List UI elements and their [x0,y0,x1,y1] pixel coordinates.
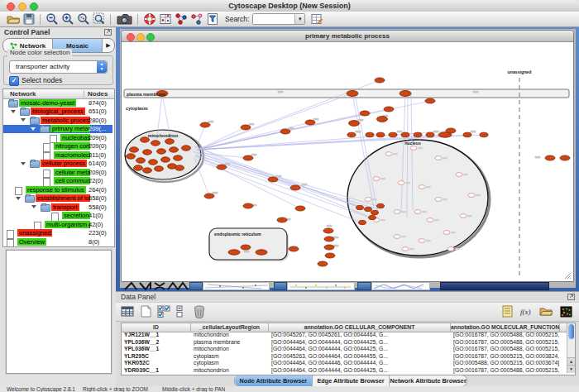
heatmap-icon[interactable] [558,304,573,318]
tree-row[interactable]: cell communication22(0) [3,177,112,186]
minimized-window-button[interactable] [274,282,287,290]
graph-node[interactable] [243,155,253,160]
select-attributes-icon[interactable] [156,304,171,318]
graph-node[interactable] [305,120,315,125]
graph-node[interactable] [149,160,158,165]
graph-node[interactable] [369,215,376,219]
graph-node[interactable] [371,210,379,214]
zoom-in-icon[interactable] [60,12,74,26]
graph-node[interactable] [130,147,139,152]
expander-icon[interactable] [21,162,26,165]
graph-node[interactable] [280,129,290,134]
graph-node[interactable] [170,147,179,152]
graph-node[interactable] [425,98,435,103]
graph-node[interactable] [155,166,164,171]
graph-node[interactable] [356,205,364,209]
tree-row[interactable]: multi-organism process42(0) [3,220,112,229]
minimized-window-button[interactable] [189,282,203,290]
attribute-table[interactable]: ID_cellularLayoutRegionannotation.GO CEL… [121,323,576,375]
scrollbar-thumb[interactable] [568,324,574,339]
graph-node[interactable] [290,185,300,190]
graph-node[interactable] [349,121,360,127]
graph-node[interactable] [365,198,371,202]
graph-node[interactable] [347,132,356,137]
graph-node[interactable] [414,210,421,214]
column-header[interactable]: _cellularLayoutRegion [191,323,269,332]
graph-node[interactable] [360,111,370,116]
expander-icon[interactable] [11,110,16,113]
graph-node[interactable] [394,235,400,239]
vizmapper-alt-icon[interactable] [189,12,203,26]
tree-row[interactable]: metabolic process280(0) [3,116,112,125]
search-input[interactable]: ▼ [252,13,305,25]
graph-node[interactable] [376,132,385,137]
graph-node[interactable] [243,203,253,208]
graph-node[interactable] [359,220,366,224]
tree-row[interactable]: establishment of localiz558(0) [3,194,112,203]
graph-node[interactable] [389,132,397,137]
graph-node[interactable] [545,155,555,160]
column-header[interactable]: annotation.GO CELLULAR_COMPONENT [269,323,451,332]
table-row[interactable]: YPL036W__1mitochondrion[GO:0044464, GO:0… [122,346,567,353]
graph-node[interactable] [241,245,251,250]
minimized-overview-thumbnail[interactable] [123,282,193,290]
graph-node[interactable] [256,250,267,255]
formula-icon[interactable]: f(x) [519,304,534,318]
graph-node[interactable] [324,237,334,241]
minimized-window-bar[interactable] [440,282,549,290]
graph-node[interactable] [427,218,433,222]
tab-overflow-arrow[interactable]: ▶ [103,39,114,52]
tree-row[interactable]: biological_process651(0) [3,108,112,117]
graph-node[interactable] [401,132,409,137]
zoom-out-icon[interactable] [45,12,59,26]
tree-row[interactable]: transport558(0) [3,203,112,212]
minimized-window-thumbnail[interactable] [287,282,355,290]
network-view-window[interactable]: primary metabolic process plasma membran… [121,30,574,282]
tree-row[interactable]: cellular process614(0) [3,160,112,169]
graph-node[interactable] [134,165,143,170]
graph-node[interactable] [228,250,240,255]
graph-node[interactable] [385,152,392,156]
new-attribute-icon[interactable] [138,304,153,318]
tree-row[interactable]: response to stimulus264(0) [3,185,112,194]
graph-node[interactable] [446,128,456,133]
table-row[interactable]: YKR052Ccytoplasm[GO:0044464, GO:0044446,… [122,360,567,367]
scroll-down-button[interactable]: ▼ [567,365,575,373]
column-header[interactable]: ID [122,323,191,332]
open-formula-folder-icon[interactable] [538,304,553,318]
select-nodes-checkbox[interactable]: ✓ [9,76,19,86]
graph-node[interactable] [560,155,570,160]
birdseye-view-panel[interactable] [6,250,112,374]
expander-icon[interactable] [31,127,36,131]
column-header[interactable]: annotation.GO MOLECULAR_FUNCTION [451,323,560,332]
graph-node[interactable] [402,247,409,251]
graph-node[interactable] [200,122,210,127]
graph-node[interactable] [447,247,454,251]
notes-icon[interactable] [500,304,514,318]
minimized-window-thumbnail[interactable] [203,282,270,290]
delete-attribute-trash-icon[interactable] [192,304,207,318]
float-panel-icon[interactable] [104,29,112,36]
graph-node[interactable] [443,231,450,235]
graph-node[interactable] [398,181,404,185]
graph-node[interactable] [323,228,333,233]
graph-node[interactable] [161,157,170,162]
graph-node[interactable] [174,155,183,160]
expander-icon[interactable] [31,205,36,208]
unselect-attributes-icon[interactable] [173,304,188,318]
resize-grip-icon[interactable] [565,273,571,279]
minimized-window-thumbnail[interactable] [371,282,430,290]
graph-node[interactable] [295,206,305,211]
table-vertical-scrollbar[interactable]: ▲ ▼ [567,323,575,373]
graph-node[interactable] [480,132,488,137]
graph-node[interactable] [384,107,394,112]
network-window-titlebar[interactable]: primary metabolic process [122,31,573,42]
tree-row[interactable]: nitrogen compound met209(0) [3,142,112,151]
graph-node[interactable] [375,78,385,83]
help-ring-icon[interactable] [142,12,156,26]
table-row[interactable]: YPL036W__2plasma membrane[GO:0044464, GO… [122,339,567,347]
tree-row[interactable]: macromolecule metab311(0) [3,151,112,160]
tree-row[interactable]: unassigned223(0) [3,229,112,238]
graph-node[interactable] [204,194,214,198]
graph-node[interactable] [463,132,471,137]
